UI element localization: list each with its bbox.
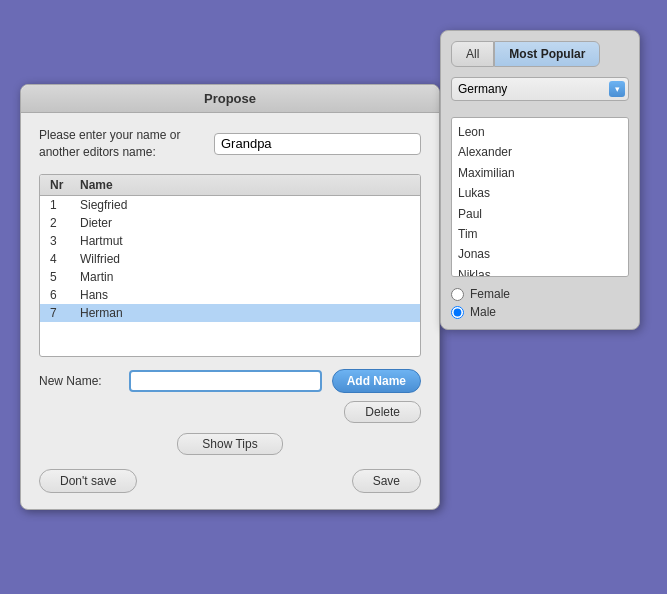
row-name: Hartmut [80, 234, 420, 248]
row-name: Herman [80, 306, 420, 320]
col-name-header: Name [80, 178, 420, 192]
list-item[interactable]: Niklas [458, 265, 622, 277]
row-nr: 2 [40, 216, 80, 230]
new-name-row: New Name: Add Name [39, 369, 421, 393]
table-row[interactable]: 5Martin [40, 268, 420, 286]
new-name-input[interactable] [129, 370, 322, 392]
name-prompt-row: Please enter your name or another editor… [39, 127, 421, 161]
list-item[interactable]: Jonas [458, 244, 622, 264]
gender-row: Female Male [451, 287, 629, 319]
table-row[interactable]: 2Dieter [40, 214, 420, 232]
table-row[interactable]: 6Hans [40, 286, 420, 304]
show-tips-button[interactable]: Show Tips [177, 433, 282, 455]
propose-dialog: Propose Please enter your name or anothe… [20, 84, 440, 511]
row-nr: 5 [40, 270, 80, 284]
row-name: Martin [80, 270, 420, 284]
new-name-label: New Name: [39, 374, 119, 388]
tabs-row: All Most Popular [451, 41, 629, 67]
row-nr: 6 [40, 288, 80, 302]
table-row[interactable]: 4Wilfried [40, 250, 420, 268]
male-option[interactable]: Male [451, 305, 629, 319]
country-select[interactable]: GermanyUSAFranceSpainItaly [451, 77, 629, 101]
table-row[interactable]: 7Herman [40, 304, 420, 322]
list-item[interactable]: Tim [458, 224, 622, 244]
right-panel: All Most Popular GermanyUSAFranceSpainIt… [440, 30, 640, 330]
name-list-container: Nr Name 1Siegfried2Dieter3Hartmut4Wilfri… [39, 174, 421, 357]
row-name: Siegfried [80, 198, 420, 212]
dialog-title: Propose [21, 85, 439, 113]
list-item[interactable]: Alexander [458, 142, 622, 162]
tab-all[interactable]: All [451, 41, 494, 67]
row-nr: 3 [40, 234, 80, 248]
row-nr: 4 [40, 252, 80, 266]
list-item[interactable]: Maximilian [458, 163, 622, 183]
row-name: Dieter [80, 216, 420, 230]
female-label: Female [470, 287, 510, 301]
delete-row: Delete [39, 401, 421, 423]
list-item[interactable]: Lukas [458, 183, 622, 203]
female-option[interactable]: Female [451, 287, 629, 301]
add-name-button[interactable]: Add Name [332, 369, 421, 393]
show-tips-row: Show Tips [39, 433, 421, 455]
col-nr-header: Nr [40, 178, 80, 192]
name-prompt-label: Please enter your name or another editor… [39, 127, 204, 161]
list-item[interactable]: Leon [458, 122, 622, 142]
row-name: Hans [80, 288, 420, 302]
female-radio[interactable] [451, 288, 464, 301]
row-nr: 7 [40, 306, 80, 320]
name-list[interactable]: 1Siegfried2Dieter3Hartmut4Wilfried5Marti… [40, 196, 420, 356]
tab-most-popular[interactable]: Most Popular [494, 41, 600, 67]
delete-button[interactable]: Delete [344, 401, 421, 423]
male-label: Male [470, 305, 496, 319]
table-row[interactable]: 3Hartmut [40, 232, 420, 250]
list-item[interactable]: Paul [458, 204, 622, 224]
dont-save-button[interactable]: Don't save [39, 469, 137, 493]
bottom-buttons: Don't save Save [21, 469, 439, 493]
table-row[interactable]: 1Siegfried [40, 196, 420, 214]
save-button[interactable]: Save [352, 469, 421, 493]
male-radio[interactable] [451, 306, 464, 319]
popular-names-list: LeonAlexanderMaximilianLukasPaulTimJonas… [451, 117, 629, 277]
list-header: Nr Name [40, 175, 420, 196]
row-nr: 1 [40, 198, 80, 212]
country-select-wrapper: GermanyUSAFranceSpainItaly ▾ [451, 77, 629, 109]
row-name: Wilfried [80, 252, 420, 266]
name-input[interactable] [214, 133, 421, 155]
